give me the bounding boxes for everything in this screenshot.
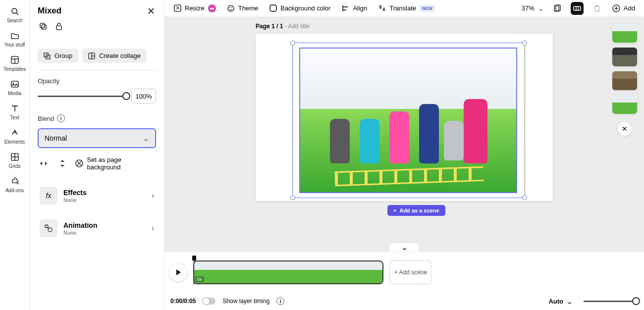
page-thumb-4[interactable] — [612, 95, 637, 114]
selection-bounds[interactable] — [292, 43, 525, 198]
page-thumb-1[interactable] — [612, 24, 637, 43]
animation-title: Animation — [63, 221, 146, 229]
play-button[interactable] — [169, 263, 187, 281]
rail-grids[interactable]: Grids — [0, 149, 29, 173]
scene-clip[interactable]: 5s — [193, 260, 383, 284]
background-icon — [75, 159, 83, 167]
addons-icon — [10, 177, 19, 186]
effects-title: Effects — [63, 189, 146, 197]
svg-rect-10 — [40, 23, 45, 28]
rail-text[interactable]: Text — [0, 100, 29, 124]
rail-templates[interactable]: Templates — [0, 52, 29, 76]
pages-view-button[interactable] — [551, 2, 564, 15]
new-badge: NEW — [420, 5, 435, 12]
scene-frame — [269, 261, 307, 283]
collapse-timeline-tab[interactable]: ⌄ — [389, 243, 419, 252]
set-page-background-button[interactable]: Set as page background — [75, 156, 156, 171]
add-title-placeholder[interactable]: - Add title — [283, 23, 309, 30]
opacity-label: Opacity — [38, 77, 156, 85]
add-button[interactable]: Add — [610, 2, 637, 14]
translate-icon — [378, 4, 386, 12]
animation-sub: None — [63, 230, 146, 236]
effects-icon: fx — [40, 187, 57, 205]
timeline-time: 0:00/0:05 — [170, 298, 196, 305]
align-button[interactable]: Align — [339, 2, 369, 14]
opacity-value[interactable]: 100% — [131, 89, 156, 103]
timeline: 5s + Add scene 0:00/0:05 Show layer timi… — [164, 252, 644, 310]
rail-elements-label: Elements — [4, 139, 25, 145]
blend-value: Normal — [45, 134, 67, 142]
delete-button[interactable] — [590, 2, 603, 15]
zoom-control[interactable]: 37% ⌄ — [522, 3, 544, 13]
svg-point-0 — [12, 8, 17, 13]
group-label: Group — [54, 52, 72, 59]
scene-frame — [345, 261, 382, 283]
theme-button[interactable]: Theme — [225, 2, 260, 14]
lock-button[interactable] — [54, 21, 64, 32]
rail-grids-label: Grids — [9, 163, 21, 169]
effects-row[interactable]: fx Effects None › — [38, 183, 156, 208]
rail-addons[interactable]: Add-ons — [0, 173, 29, 197]
resize-handle-tr[interactable] — [522, 41, 527, 46]
scene-frame — [307, 261, 345, 283]
rail-your-stuff[interactable]: Your stuff — [0, 27, 29, 52]
rail-your-stuff-label: Your stuff — [4, 42, 25, 48]
page-thumb-2[interactable] — [612, 48, 637, 66]
effects-sub: None — [63, 197, 146, 203]
folder-icon — [10, 31, 19, 40]
opacity-slider[interactable] — [38, 96, 126, 97]
panel-title: Mixed — [38, 6, 61, 16]
layer-timing-info-icon[interactable]: i — [276, 297, 284, 305]
page-thumb-3[interactable] — [612, 71, 637, 90]
timeline-auto-select[interactable]: Auto ⌄ — [548, 297, 573, 306]
scene-frame — [232, 261, 269, 283]
page-label[interactable]: Page 1 / 1 - Add title — [256, 23, 310, 30]
background-color-button[interactable]: Background color — [267, 2, 332, 14]
group-button[interactable]: Group — [38, 49, 78, 63]
plus-icon: + — [393, 207, 396, 213]
scene-frame: 5s — [194, 261, 232, 283]
blend-info-icon[interactable]: i — [57, 114, 65, 122]
elements-icon — [10, 128, 19, 137]
chevron-right-icon: › — [152, 191, 154, 200]
rail-addons-label: Add-ons — [5, 188, 24, 193]
resize-handle-tl[interactable] — [290, 41, 295, 46]
show-layer-timing-toggle[interactable] — [203, 298, 215, 305]
plus-circle-icon — [612, 4, 620, 12]
close-panel-button[interactable] — [146, 6, 156, 16]
resize-handle-bl[interactable] — [290, 195, 295, 200]
create-collage-button[interactable]: Create collage — [82, 49, 147, 63]
rail-media-label: Media — [8, 91, 21, 96]
canvas-area[interactable]: Page 1 / 1 - Add title + Add as a scene … — [164, 17, 644, 252]
translate-button[interactable]: Translate NEW — [376, 2, 437, 14]
close-pages-strip-button[interactable]: ✕ — [618, 122, 632, 136]
media-icon — [10, 80, 19, 89]
theme-icon — [227, 4, 235, 12]
svg-point-23 — [229, 7, 230, 8]
flip-horizontal-button[interactable] — [38, 157, 50, 169]
chevron-down-icon: ⌄ — [401, 243, 408, 252]
premium-badge-icon — [208, 4, 216, 12]
create-collage-label: Create collage — [99, 52, 141, 59]
pages-thumbnails: ✕ — [612, 24, 637, 136]
bg-color-icon — [269, 4, 277, 12]
top-toolbar: Resize Theme Background color Align Tran… — [164, 0, 644, 17]
resize-button[interactable]: Resize — [171, 2, 218, 14]
resize-handle-br[interactable] — [522, 195, 527, 200]
add-as-scene-button[interactable]: + Add as a scene — [387, 205, 445, 216]
rail-search[interactable]: Search — [0, 3, 29, 27]
timeline-view-button[interactable] — [571, 2, 584, 15]
svg-rect-12 — [56, 26, 61, 30]
add-scene-button[interactable]: + Add scene — [389, 260, 432, 284]
flip-vertical-button[interactable] — [56, 157, 68, 169]
animation-row[interactable]: Animation None › — [38, 215, 156, 241]
chevron-down-icon: ⌄ — [566, 297, 573, 306]
blend-select[interactable]: Normal ⌄ — [38, 128, 156, 148]
duplicate-button[interactable] — [38, 21, 49, 32]
rail-media[interactable]: Media — [0, 76, 29, 100]
chevron-right-icon: › — [152, 224, 154, 233]
rail-elements[interactable]: Elements — [0, 124, 29, 149]
playhead[interactable] — [192, 256, 196, 260]
chevron-down-icon: ⌄ — [537, 3, 544, 13]
timeline-zoom-slider[interactable] — [584, 301, 638, 302]
